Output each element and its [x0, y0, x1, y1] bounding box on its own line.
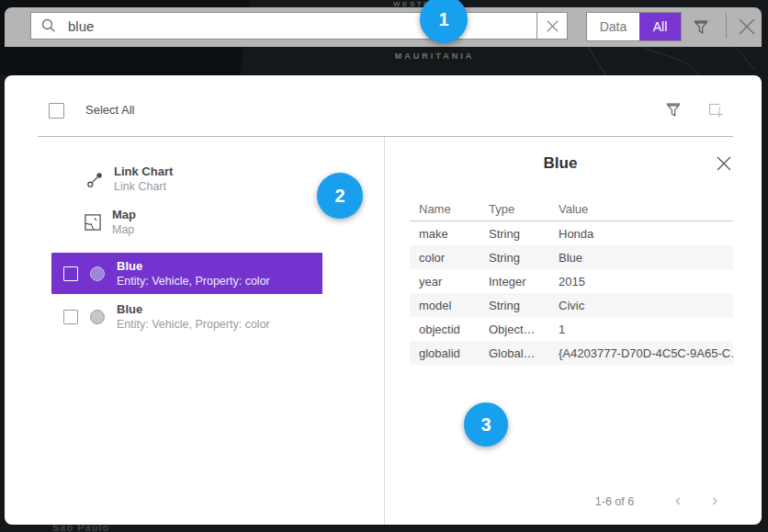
link-chart-icon: [85, 171, 104, 188]
result-text: BlueEntity: Vehicle, Property: color: [117, 259, 270, 289]
search-clear-icon[interactable]: [537, 20, 567, 32]
cell-type: String: [489, 299, 559, 312]
entity-point-icon: [88, 310, 107, 324]
search-toolbar: Data All: [5, 7, 762, 47]
cell-value: Blue: [559, 251, 733, 265]
results-list: Link ChartLink ChartMapMapBlueEntity: Ve…: [5, 75, 384, 525]
result-text: Link ChartLink Chart: [114, 164, 173, 194]
column-header-name: Name: [419, 202, 489, 216]
cell-type: Object…: [489, 323, 559, 336]
cell-type: String: [489, 227, 559, 241]
result-text: BlueEntity: Vehicle, Property: color: [117, 302, 270, 332]
attribute-row[interactable]: modelStringCivic: [410, 293, 733, 317]
pagination-next-icon[interactable]: ›: [704, 489, 726, 511]
cell-name: year: [419, 275, 489, 289]
result-item[interactable]: MapMap: [84, 205, 136, 240]
result-checkbox[interactable]: [63, 310, 78, 324]
result-subtitle: Map: [112, 222, 136, 237]
cell-value: Honda: [559, 227, 733, 241]
attribute-row[interactable]: yearInteger2015: [410, 269, 733, 293]
column-header-value: Value: [559, 202, 733, 216]
add-selection-icon[interactable]: [703, 97, 727, 121]
search-results-panel: Select All Link ChartLink ChartMapMapBlu…: [5, 75, 762, 525]
close-search-icon[interactable]: [734, 14, 760, 40]
cell-value: 1: [559, 323, 733, 336]
pagination-prev-icon[interactable]: ‹: [667, 489, 689, 511]
scope-toggle-data[interactable]: Data: [587, 13, 639, 40]
column-header-type: Type: [489, 202, 559, 216]
attribute-row[interactable]: colorStringBlue: [410, 245, 733, 269]
map-label-mauritania: MAURITANIA: [379, 51, 490, 61]
toolbar-divider: [726, 13, 727, 39]
result-checkbox[interactable]: [63, 266, 78, 281]
result-item[interactable]: BlueEntity: Vehicle, Property: color: [51, 253, 322, 294]
cell-name: make: [419, 227, 489, 241]
cell-value: 2015: [559, 275, 733, 289]
attribute-row[interactable]: globalidGlobal…{A4203777-D70D-4C5C-9A65-…: [410, 341, 733, 365]
search-icon: [31, 18, 66, 33]
result-subtitle: Entity: Vehicle, Property: color: [117, 274, 270, 289]
attribute-table: makeStringHondacolorStringBlueyearIntege…: [410, 221, 733, 365]
detail-close-icon[interactable]: [715, 154, 733, 173]
cell-type: Integer: [489, 275, 559, 289]
result-item[interactable]: BlueEntity: Vehicle, Property: color: [51, 297, 322, 337]
attribute-row[interactable]: makeStringHonda: [410, 221, 733, 245]
cell-name: color: [419, 251, 489, 265]
attribute-row[interactable]: objectidObject…1: [410, 317, 733, 341]
result-subtitle: Link Chart: [114, 179, 173, 194]
result-item[interactable]: Link ChartLink Chart: [85, 162, 173, 197]
pagination-range: 1-6 of 6: [573, 495, 656, 508]
cell-name: model: [419, 299, 489, 312]
cell-type: String: [489, 251, 559, 265]
scope-toggle: Data All: [586, 12, 682, 41]
result-title: Blue: [117, 259, 270, 274]
detail-title: Blue: [388, 154, 733, 173]
result-title: Link Chart: [114, 164, 173, 179]
attribute-table-header: Name Type Value: [410, 197, 733, 221]
cell-value: Civic: [559, 299, 733, 312]
result-text: MapMap: [112, 208, 136, 237]
cell-value: {A4203777-D70D-4C5C-9A65-C…: [559, 346, 733, 360]
result-title: Blue: [117, 302, 270, 317]
annotation-callout-3: 3: [464, 402, 508, 447]
filter-icon[interactable]: [689, 15, 713, 39]
map-icon: [84, 214, 102, 231]
panel-vertical-divider: [384, 137, 385, 524]
search-box[interactable]: [30, 12, 568, 40]
annotation-callout-2: 2: [317, 173, 363, 219]
result-title: Map: [112, 208, 136, 222]
cell-name: objectid: [419, 323, 489, 336]
entity-point-icon: [88, 266, 107, 281]
cell-type: Global…: [489, 346, 559, 360]
result-subtitle: Entity: Vehicle, Property: color: [117, 317, 270, 332]
cell-name: globalid: [419, 346, 489, 360]
scope-toggle-all[interactable]: All: [639, 13, 681, 40]
panel-filter-icon[interactable]: [661, 97, 685, 121]
